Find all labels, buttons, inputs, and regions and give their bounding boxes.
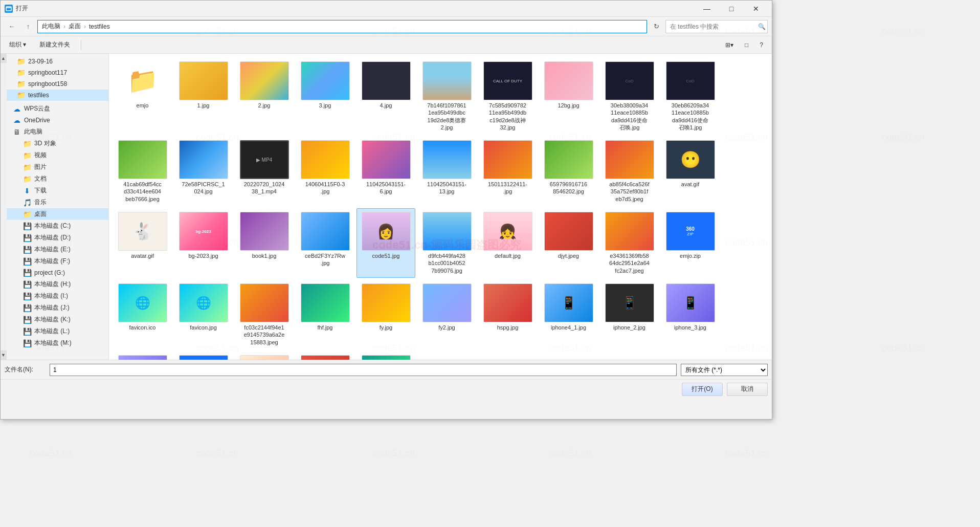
sidebar-item-drive-h[interactable]: 💾 本地磁盘 (H:) [7,278,108,290]
sidebar-item-drive-e[interactable]: 💾 本地磁盘 (E:) [7,244,108,255]
file-item-default[interactable]: 👧 default.jpg [478,208,537,278]
file-item-faviconico[interactable]: 🌐 favicon.ico [113,280,172,349]
filetype-select[interactable]: 所有文件 (*.*) [681,364,768,376]
file-item-avat[interactable]: 😶 avat.gif [661,137,720,206]
file-item-41cab[interactable]: 41cab69df54ccd33c414ee604beb7666.jpeg [113,137,172,206]
cancel-button[interactable]: 取消 [727,383,768,396]
filename-input[interactable] [50,364,677,376]
file-item-mz[interactable]: mz.jpg [296,352,354,360]
file-item-book1[interactable]: book1.jpg [235,208,294,278]
file-item-iphone3[interactable]: 📱 iphone_3.jpg [661,280,720,349]
file-item-110425-13[interactable]: 110425043151-13.jpg [417,137,476,206]
close-button[interactable]: ✕ [744,1,768,17]
sidebar-item-wps[interactable]: ☁ WPS云盘 [7,103,108,115]
search-icon-button[interactable]: 🔍 [758,23,766,30]
file-item-jstl[interactable]: 360 ZIP jstl-1.2.jar [174,352,233,360]
help-button[interactable]: ? [755,38,768,52]
sidebar-item-drive-i[interactable]: 💾 本地磁盘 (I:) [7,290,108,302]
file-item-140604[interactable]: 140604115F0-3.jpg [296,137,354,206]
file-item-20220720[interactable]: ▶ MP4 20220720_102438_1.mp4 [235,137,294,206]
sidebar-item-downloads[interactable]: ⬇ 下载 [7,185,108,196]
drive-icon: 💾 [23,257,31,266]
file-item-emjozip[interactable]: 360 ZIP emjo.zip [661,208,720,278]
sidebar-item-springboot117[interactable]: 📁 springboot117 [7,67,108,78]
file-item-30eb86[interactable]: CoD 30eb86209a3411eace10885bda9dd416使命召唤… [661,58,720,135]
back-button[interactable]: ← [5,19,19,34]
file-item-ab85f[interactable]: ab85f4c6ca526f35a752ef80b1feb7d5.jpeg [600,137,659,206]
sidebar-item-pictures[interactable]: 📁 图片 [7,161,108,173]
file-item-150113[interactable]: 150113122411-.jpg [478,137,537,206]
file-item-4jpg[interactable]: 4.jpg [357,58,415,135]
file-item-avatar[interactable]: 🐇 avatar.gif [113,208,172,278]
sidebar-item-drive-m[interactable]: 💾 本地磁盘 (M:) [7,337,108,349]
file-item-fhf[interactable]: fhf.jpg [296,280,354,349]
file-item-emjo[interactable]: 📁 emjo [113,58,172,135]
search-input[interactable] [665,20,768,33]
file-item-iphone5[interactable]: 📱 iphone_5.jpg [113,352,172,360]
sidebar-item-thispc[interactable]: 🖥 此电脑 [7,126,108,138]
file-item-30eb38[interactable]: CoD 30eb38009a3411eace10885bda9dd416使命召唤… [600,58,659,135]
file-item-2jpg[interactable]: 2.jpg [235,58,294,135]
sidebar-item-drive-d[interactable]: 💾 本地磁盘 (D:) [7,232,108,244]
file-item-mask[interactable]: mask.jpg [235,352,294,360]
sidebar-item-23-09-16[interactable]: 📁 23-09-16 [7,56,108,67]
file-item-bg2023[interactable]: bg-2023 bg-2023.jpg [174,208,233,278]
sidebar-item-documents[interactable]: 📁 文档 [7,173,108,185]
file-item-fy2[interactable]: fy2.jpg [417,280,476,349]
file-item-fc03c[interactable]: fc03c2144f94e1e9145739a6a2e15883.jpeg [235,280,294,349]
file-item-7b146[interactable]: 7b146f10978611ea95b499dbc19d2de8奥德赛2.jpg [417,58,476,135]
sidebar-item-music[interactable]: 🎵 音乐 [7,196,108,208]
view-button[interactable]: ⊞▾ [721,38,738,52]
sidebar-item-testfiles[interactable]: 📁 testfiles [7,90,108,101]
new-folder-button[interactable]: 新建文件夹 [35,38,75,52]
file-item-cebd[interactable]: ceBd2F3Yz7Rw.jpg [296,208,354,278]
file-item-faviconjpg[interactable]: 🌐 favicon.jpg [174,280,233,349]
file-item-7c585[interactable]: CALL OF DUTY 7c585d90978211ea95b499dbc19… [478,58,537,135]
sidebar-item-springboot158[interactable]: 📁 springboot158 [7,78,108,90]
address-path[interactable]: 此电脑 › 桌面 › testfiles [37,20,647,33]
file-item-110425-6[interactable]: 110425043151-6.jpg [357,137,415,206]
file-item-fy[interactable]: fy.jpg [357,280,415,349]
file-item-12bg[interactable]: 12bg.jpg [539,58,598,135]
sidebar-item-drive-f[interactable]: 💾 本地磁盘 (F:) [7,255,108,267]
file-thumb [240,212,289,251]
file-item-1jpg[interactable]: 1.jpg [174,58,233,135]
path-part-testfiles[interactable]: testfiles [89,23,110,30]
sidebar-item-3d[interactable]: 📁 3D 对象 [7,138,108,149]
file-item-d9fcb[interactable]: d9fcb449fa428b1cc001b40527b99076.jpg [417,208,476,278]
sidebar-item-drive-l[interactable]: 💾 本地磁盘 (L:) [7,325,108,337]
maximize-button[interactable]: □ [720,1,743,17]
sidebar-item-drive-g[interactable]: 💾 project (G:) [7,267,108,278]
sidebar-label-j: 本地磁盘 (J:) [34,303,70,312]
file-item-code51[interactable]: 👩 code51.jpg [357,208,415,278]
file-name: default.jpg [495,252,521,259]
file-item-djyt[interactable]: djyt.jpeg [539,208,598,278]
open-button[interactable]: 打开(O) [682,383,723,396]
file-item-iphone2[interactable]: 📱 iphone_2.jpg [600,280,659,349]
path-part-desktop[interactable]: 桌面 [69,22,81,31]
file-item-iphone4[interactable]: 📱 iphone4_1.jpg [539,280,598,349]
preview-button[interactable]: □ [740,38,753,52]
file-item-659796[interactable]: 6597969167168546202.jpg [539,137,598,206]
scroll-up-arrow[interactable]: ▲ [1,54,7,63]
file-item-kn95[interactable]: KN95... [357,352,415,360]
file-item-hspg[interactable]: hspg.jpg [478,280,537,349]
sidebar-item-video[interactable]: 📁 视频 [7,149,108,161]
sidebar-item-desktop[interactable]: 📁 桌面 [7,208,108,220]
file-item-e34361[interactable]: e34361369fb5864dc2951e2a64fc2ac7.jpeg [600,208,659,278]
minimize-button[interactable]: — [695,1,719,17]
file-item-72e58[interactable]: 72e58PICRSC_1024.jpg [174,137,233,206]
scroll-down-arrow[interactable]: ▼ [1,350,7,360]
sidebar-item-drive-c[interactable]: 💾 本地磁盘 (C:) [7,220,108,232]
sidebar-item-drive-j[interactable]: 💾 本地磁盘 (J:) [7,302,108,314]
file-item-3jpg[interactable]: 3.jpg [296,58,354,135]
up-button[interactable]: ↑ [21,19,35,34]
refresh-button[interactable]: ↻ [649,19,663,34]
organize-button[interactable]: 组织 ▾ [5,38,31,52]
folder-icon: 📁 [23,140,31,148]
file-thumb [422,283,472,322]
sidebar-item-onedrive[interactable]: ☁ OneDrive [7,115,108,126]
sidebar-label-e: 本地磁盘 (E:) [34,245,71,254]
path-part-pc[interactable]: 此电脑 [42,22,60,31]
sidebar-item-drive-k[interactable]: 💾 本地磁盘 (K:) [7,314,108,325]
